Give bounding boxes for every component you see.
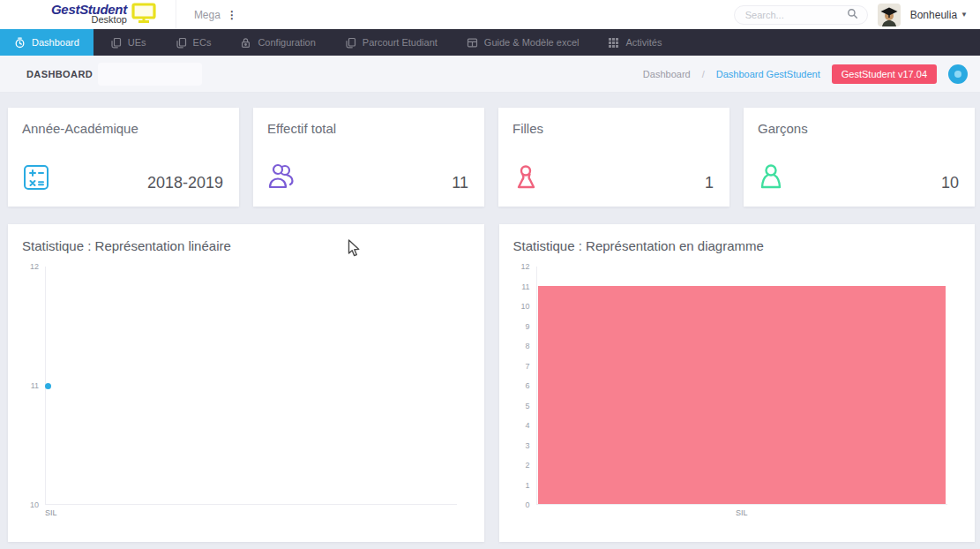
tab-guide-modele-excel[interactable]: Guide & Modèle excel — [454, 29, 592, 56]
copy-icon — [345, 37, 356, 49]
tab-label: Guide & Modèle excel — [484, 37, 580, 48]
user-menu[interactable]: Bonheulia ▼ — [910, 9, 968, 21]
app-logo[interactable]: GestStudent Desktop — [51, 3, 156, 27]
caret-down-icon: ▼ — [961, 11, 968, 19]
clock-icon — [14, 37, 26, 49]
y-axis: 121110 — [22, 267, 45, 505]
breadcrumb-bar: DASHBOARD Dashboard / Dashboard GestStud… — [0, 56, 980, 93]
y-tick-label: 1 — [525, 481, 529, 490]
tab-ecs[interactable]: ECs — [163, 29, 224, 56]
tab-label: UEs — [128, 37, 146, 48]
stat-card-effectif-total: Effectif total 11 — [253, 108, 484, 207]
search-input[interactable] — [744, 9, 847, 21]
charts-row: Statistique : Représentation linéaire 12… — [8, 224, 975, 542]
tab-label: Dashboard — [32, 37, 79, 48]
plot-area — [536, 267, 948, 505]
chart-title: Statistique : Représentation linéaire — [22, 238, 470, 253]
header-divider — [176, 0, 176, 29]
stat-card-filles: Filles 1 — [498, 108, 729, 207]
grid-icon — [608, 37, 619, 49]
y-tick-label: 5 — [525, 402, 529, 410]
copy-icon — [176, 37, 187, 49]
tab-activites[interactable]: Activités — [595, 29, 674, 56]
y-tick-label: 6 — [525, 381, 529, 390]
y-tick-label: 10 — [520, 302, 529, 311]
stat-card-garcons: Garçons 10 — [744, 108, 975, 207]
monitor-icon — [131, 3, 156, 27]
y-axis: 1211109876543210 — [513, 267, 536, 505]
y-tick-label: 3 — [525, 441, 529, 450]
stat-value: 1 — [705, 174, 714, 192]
calculator-icon — [22, 163, 50, 195]
y-tick-label: 2 — [525, 461, 529, 470]
stat-value: 10 — [941, 174, 959, 192]
stat-label: Année-Académique — [22, 121, 225, 136]
stat-card-annee-academique: Année-Académique 2018-2019 — [8, 108, 239, 207]
bar-segment — [538, 286, 946, 504]
tab-parcourt-etudiant[interactable]: Parcourt Etudiant — [333, 29, 450, 56]
tab-label: Parcourt Etudiant — [363, 37, 438, 48]
line-chart-card: Statistique : Représentation linéaire 12… — [8, 224, 484, 542]
lock-icon — [240, 37, 251, 49]
users-icon — [267, 163, 299, 195]
line-chart: 121110 — [22, 267, 470, 505]
y-tick-label: 11 — [521, 282, 529, 291]
stat-label: Garçons — [758, 121, 961, 136]
search-icon[interactable] — [847, 7, 858, 23]
stat-value: 2018-2019 — [147, 174, 223, 192]
y-tick-label: 11 — [31, 381, 39, 390]
user-name-label: Bonheulia — [910, 9, 957, 21]
bar-chart-card: Statistique : Représentation en diagramm… — [499, 224, 976, 542]
stat-label: Filles — [512, 121, 715, 136]
y-tick-label: 10 — [30, 500, 39, 509]
top-header: GestStudent Desktop Mega ⋮ — [0, 0, 980, 29]
breadcrumb: Dashboard / Dashboard GestStudent GestSt… — [643, 64, 968, 84]
plot-area — [45, 267, 457, 505]
settings-button[interactable] — [948, 64, 968, 84]
main-nav: Dashboard UEs ECs Configuration Parcourt… — [0, 29, 980, 56]
tab-ues[interactable]: UEs — [98, 29, 159, 56]
y-tick-label: 4 — [525, 421, 529, 430]
male-icon — [758, 163, 786, 195]
chart-title: Statistique : Représentation en diagramm… — [513, 238, 961, 253]
dot-icon — [954, 71, 961, 78]
mega-menu[interactable]: Mega ⋮ — [194, 9, 237, 21]
search-box — [734, 5, 868, 25]
main-content: Année-Académique 2018-2019 Effectif tota… — [0, 93, 980, 542]
y-tick-label: 0 — [525, 500, 529, 509]
page-title: DASHBOARD — [26, 69, 93, 79]
female-icon — [512, 163, 541, 195]
y-tick-label: 7 — [525, 362, 529, 371]
version-badge[interactable]: GestStudent v17.04 — [832, 64, 937, 84]
breadcrumb-parent[interactable]: Dashboard — [643, 69, 691, 79]
stat-label: Effectif total — [267, 121, 470, 136]
mega-menu-label: Mega — [194, 9, 221, 21]
tab-label: Activités — [625, 37, 662, 48]
x-axis-label: SIL — [536, 508, 948, 517]
user-avatar[interactable] — [878, 4, 901, 26]
copy-icon — [110, 37, 122, 49]
bar-chart: 1211109876543210 — [513, 267, 961, 505]
title-highlight-pill — [98, 63, 202, 86]
vertical-ellipsis-icon: ⋮ — [227, 9, 237, 21]
y-tick-label: 12 — [520, 262, 529, 271]
tab-configuration[interactable]: Configuration — [228, 29, 327, 56]
stat-value: 11 — [452, 174, 468, 192]
tab-label: Configuration — [258, 37, 315, 48]
header-right: Bonheulia ▼ — [734, 4, 980, 26]
data-point — [45, 383, 51, 389]
y-tick-label: 12 — [30, 262, 39, 271]
x-axis-label: SIL — [45, 508, 457, 517]
breadcrumb-separator: / — [702, 69, 705, 79]
y-tick-label: 8 — [525, 342, 529, 350]
stats-row: Année-Académique 2018-2019 Effectif tota… — [8, 108, 975, 207]
tab-dashboard[interactable]: Dashboard — [0, 29, 94, 56]
logo-text: GestStudent Desktop — [51, 3, 127, 25]
breadcrumb-current[interactable]: Dashboard GestStudent — [716, 69, 820, 79]
table-icon — [467, 37, 478, 49]
tab-label: ECs — [193, 37, 212, 48]
y-tick-label: 9 — [525, 322, 529, 331]
